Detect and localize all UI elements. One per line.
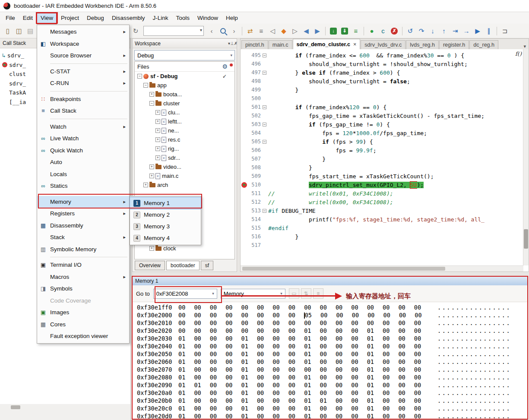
menu-project[interactable]: Project [57,13,83,23]
horizontal-scrollbar-thumb[interactable] [11,405,20,409]
editor-tab-dc-reg-h[interactable]: dc_reg.h [469,40,498,49]
view-menu-item-workspace[interactable]: ◧Workspace [37,38,129,50]
tree-item-res-c[interactable]: +res.c [135,135,234,144]
menu-window[interactable]: Window [193,13,222,23]
code-line[interactable]: 496 should_show_turnlight = !should_show… [241,60,523,68]
code-line[interactable]: 507 } [241,155,523,163]
code-line[interactable]: 503− if (fps_gap_time != 0) { [241,120,523,129]
view-menu-item-cores[interactable]: ▦Cores [37,319,129,331]
expand-icon[interactable]: + [149,174,154,178]
memory-row[interactable]: 0xf30e201000 00 00 00 00 00 00 00 00 00 … [137,319,528,327]
view-menu-item-stack[interactable]: Stack▸ [37,231,129,243]
flash-config-button[interactable]: ≡ [351,26,361,36]
stop-debug-button[interactable]: ✗ [389,26,399,36]
memory-row[interactable]: 0xf30e209001 01 00 00 01 00 00 00 01 00 … [137,381,528,389]
memory-row[interactable]: 0xf30e207001 00 00 00 01 00 00 00 00 00 … [137,366,528,373]
expand-icon[interactable]: + [149,92,154,97]
code-line[interactable]: 515#endif [241,224,523,232]
editor-tab-sdrv-lvds-drv-c[interactable]: sdrv_lvds_drv.c [361,40,405,49]
memory-row[interactable]: 0xf30e200000 00 00 00 00 00 00 00 05 00 … [137,311,528,319]
memory-row[interactable]: 0xf30e20b001 00 00 00 01 00 00 00 01 01 … [137,397,528,404]
code-line[interactable]: 505− if (fps > 99) { [241,137,523,146]
memory-bytes[interactable]: 01 00 00 00 01 00 00 00 01 01 00 00 01 0… [178,397,437,404]
view-menu-item-live-watch[interactable]: ∞Live Watch [37,133,129,145]
view-menu-item-registers[interactable]: Registers▸ [37,208,129,220]
editor-tab-main-c[interactable]: main.c [269,40,292,49]
memory-bytes[interactable]: 00 00 00 00 00 00 00 00 05 00 00 00 00 0… [178,312,437,319]
menu-file[interactable]: File [2,13,19,23]
view-menu-item-c-run[interactable]: C-RUN▸ [37,77,129,89]
memory-bytes[interactable]: 01 00 00 00 01 00 00 00 01 00 00 00 01 0… [178,358,437,365]
cspy-button[interactable]: c [378,26,388,36]
code-line[interactable]: 495− if (frame_index <= 600 && frame_ind… [241,51,523,60]
fold-collapse-icon[interactable]: − [263,209,266,213]
dock-toggle-button[interactable]: ⊐ [500,26,510,36]
previous-bookmark-button[interactable]: ◁ [267,26,278,36]
code-line[interactable]: 497− } else if (frame_index > 600) { [241,68,523,77]
view-menu-item-breakpoints[interactable]: ∷Breakpoints [37,93,129,105]
memory-row[interactable]: 0xf30e202000 00 00 00 00 00 00 00 01 00 … [137,327,528,335]
menu-j-link[interactable]: J-Link [149,13,172,23]
menu-edit[interactable]: Edit [19,13,37,23]
tree-item-cluster[interactable]: −cluster [135,99,234,108]
menu-tools[interactable]: Tools [172,13,193,23]
tree-item-app[interactable]: −app [135,81,234,90]
fold-collapse-icon[interactable]: − [263,105,266,109]
memory-bytes[interactable]: 00 00 00 00 00 00 00 00 00 00 00 00 00 0… [178,319,437,326]
menu-debug[interactable]: Debug [83,13,108,23]
attach-button[interactable]: ● [367,26,377,36]
configuration-combo[interactable]: Debug ▾ [134,50,235,60]
editor-tab-sdrv-demo-cluster-c[interactable]: sdrv_demo_cluster.c× [293,39,361,49]
bookmark-list-button[interactable]: ≡ [256,26,266,36]
memory-dump[interactable]: 0xf30e1ff000 00 00 00 00 00 00 00 00 00 … [133,302,528,420]
breakpoint-slot[interactable] [241,182,248,188]
memory-bytes[interactable]: 01 00 00 00 01 00 00 00 01 00 00 00 01 0… [178,335,437,342]
memory-bytes[interactable]: 01 01 00 00 01 00 00 00 01 00 00 00 01 0… [178,382,437,388]
workspace-tab-sf[interactable]: sf [201,261,213,270]
step-out-button[interactable]: ↑ [439,26,449,36]
editor-tab-register-h[interactable]: register.h [439,40,469,49]
memory-row[interactable]: 0xf30e204001 00 00 00 01 00 00 00 01 00 … [137,342,528,350]
view-menu-item-messages[interactable]: Messages▸ [37,26,129,38]
tree-item-ne[interactable]: +ne... [135,126,234,135]
editor-tab-pinctrl-h[interactable]: pinctrl.h [241,40,268,49]
download-flash-button[interactable]: ↓ [328,26,339,36]
view-menu-item-call-stack[interactable]: ≡Call Stack [37,105,129,117]
code-line[interactable]: 501− if (frame_index%120 == 0) { [241,103,523,111]
make-button[interactable]: ↻ [130,26,141,36]
navigate-back-button[interactable]: ◀ [301,26,311,36]
code-line[interactable]: 500 [241,94,523,103]
code-line[interactable]: 508 } [241,163,523,172]
memory-bytes[interactable]: 01 00 00 00 01 00 00 00 01 00 00 00 01 0… [178,351,437,357]
close-tab-icon[interactable]: × [353,41,356,47]
search-back-button[interactable]: ‹ [206,26,217,36]
breakpoint-toggle-button[interactable]: ◆ [279,26,289,36]
view-menu-item-locals[interactable]: Locals [37,168,129,180]
menu-view[interactable]: View [37,13,57,23]
new-document-button[interactable]: ▯ [3,26,13,36]
navigate-forward-button[interactable]: ▶ [312,26,323,36]
find-button[interactable] [218,26,228,36]
toggle-bookmark-button[interactable]: ⇄ [245,26,255,36]
expand-icon[interactable]: + [155,110,160,115]
expand-icon[interactable]: + [155,128,160,133]
fold-collapse-icon[interactable]: − [263,71,266,75]
code-line[interactable]: 513−#if DEBUG_TIME [241,206,523,215]
code-line[interactable]: 516 } [241,232,523,241]
submenu-item-memory-3[interactable]: 3Memory 3 [130,221,201,232]
code-line[interactable]: 499 } [241,85,523,94]
horizontal-scrollbar-thumb[interactable] [242,267,445,271]
view-menu-item-auto[interactable]: Auto [37,156,129,168]
go-button[interactable]: ▶ [472,26,483,36]
collapse-icon[interactable]: − [137,74,142,79]
menu-help[interactable]: Help [222,13,242,23]
tree-item-arch[interactable]: +arch [135,180,234,189]
memory-zone-combo[interactable]: Memory ▾ [221,289,285,299]
memory-bytes[interactable]: 01 00 00 00 01 00 00 00 01 00 00 00 01 0… [178,405,437,412]
view-menu-item-images[interactable]: ▣Images [37,306,129,319]
code-line[interactable]: 511// writel(0x01, 0xF34C1008); [241,189,523,198]
collapse-icon[interactable]: − [149,101,154,106]
collapse-icon[interactable]: − [143,83,148,88]
tree-item-clock[interactable]: +clock [135,244,234,253]
code-line[interactable]: 512// writel(0x00, 0xF34C1008); [241,198,523,206]
